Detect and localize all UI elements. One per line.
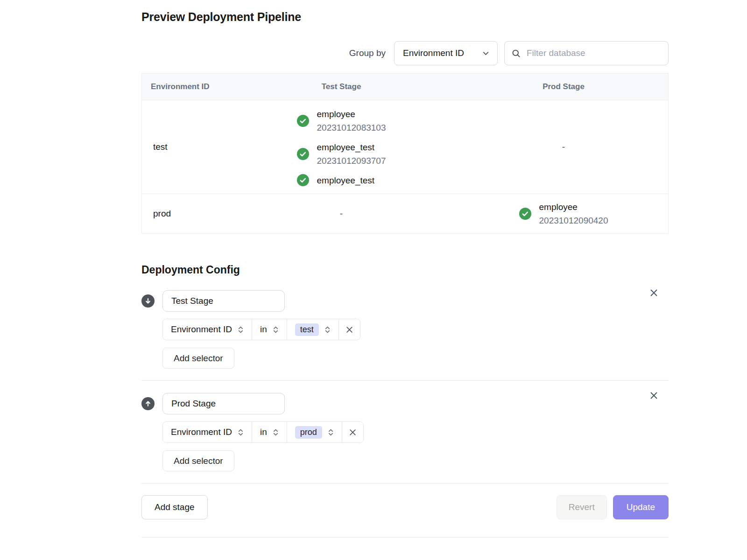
bottom-divider xyxy=(141,537,669,538)
selector-value-select[interactable]: prod xyxy=(287,422,342,442)
revert-button[interactable]: Revert xyxy=(557,495,607,519)
selector-operator-select[interactable]: in xyxy=(252,422,287,442)
database-name: employee_test xyxy=(317,140,386,154)
arrow-up-circle-icon xyxy=(141,397,155,410)
toolbar: Group by Environment ID xyxy=(141,41,669,65)
test-stage-databases: employee 20231012083103 employee_test 20… xyxy=(297,107,386,187)
filter-database-input[interactable] xyxy=(526,48,661,59)
deployment-pipeline-page: Preview Deployment Pipeline Group by Env… xyxy=(141,10,669,538)
database-item: employee_test xyxy=(297,174,386,187)
database-version: 20231012090420 xyxy=(539,214,608,227)
selector-key-select[interactable]: Environment ID xyxy=(163,422,252,442)
deployment-config-title: Deployment Config xyxy=(141,264,669,276)
database-version: 20231012093707 xyxy=(317,154,386,168)
group-by-selected-value: Environment ID xyxy=(403,48,464,58)
database-name: employee_test xyxy=(317,174,375,187)
chevron-updown-icon xyxy=(273,428,279,436)
check-circle-icon xyxy=(297,174,309,186)
empty-stage-placeholder: - xyxy=(340,209,343,219)
selector-value-select[interactable]: test xyxy=(287,319,339,340)
database-item: employee_test 20231012093707 xyxy=(297,140,386,168)
add-selector-button[interactable]: Add selector xyxy=(162,348,234,369)
database-item: employee 20231012083103 xyxy=(297,107,386,134)
chevron-updown-icon xyxy=(324,326,331,334)
environment-id-cell: prod xyxy=(142,209,224,219)
search-icon xyxy=(512,49,521,58)
environment-id-cell: test xyxy=(142,142,224,152)
chevron-updown-icon xyxy=(328,428,334,436)
group-by-select[interactable]: Environment ID xyxy=(394,41,498,65)
column-header-test-stage: Test Stage xyxy=(224,82,459,91)
remove-stage-button[interactable] xyxy=(648,287,659,298)
close-icon xyxy=(349,428,357,436)
selector-operator-value: in xyxy=(260,427,267,437)
chevron-down-icon xyxy=(482,49,490,57)
remove-stage-button[interactable] xyxy=(648,390,659,401)
check-circle-icon xyxy=(297,115,309,127)
update-button[interactable]: Update xyxy=(613,495,669,519)
remove-selector-button[interactable] xyxy=(339,319,360,340)
database-version: 20231012083103 xyxy=(317,121,386,134)
chevron-updown-icon xyxy=(238,428,244,436)
column-header-environment-id: Environment ID xyxy=(142,82,224,91)
empty-stage-placeholder: - xyxy=(562,142,565,152)
column-header-prod-stage: Prod Stage xyxy=(459,82,668,91)
stage-name-input[interactable] xyxy=(162,393,285,414)
add-stage-button[interactable]: Add stage xyxy=(141,495,208,519)
selector-row: Environment ID in test xyxy=(162,319,360,340)
selector-key-value: Environment ID xyxy=(171,427,232,437)
add-selector-button[interactable]: Add selector xyxy=(162,450,234,471)
page-title: Preview Deployment Pipeline xyxy=(141,10,669,24)
close-icon xyxy=(345,326,353,334)
filter-database-field xyxy=(504,41,669,65)
database-name: employee xyxy=(317,107,386,121)
selector-row: Environment ID in prod xyxy=(162,421,364,443)
check-circle-icon xyxy=(297,148,309,160)
pipeline-table-header: Environment ID Test Stage Prod Stage xyxy=(142,74,668,100)
stage-name-input[interactable] xyxy=(162,290,285,312)
chevron-updown-icon xyxy=(238,326,244,334)
chevron-updown-icon xyxy=(273,326,279,334)
arrow-down-circle-icon xyxy=(141,294,155,308)
selector-key-value: Environment ID xyxy=(171,324,232,335)
table-row-prod: prod - employee 20231012090420 xyxy=(142,194,668,233)
pipeline-table: Environment ID Test Stage Prod Stage tes… xyxy=(141,73,669,234)
stage-config-test: Environment ID in test xyxy=(141,276,669,381)
database-name: employee xyxy=(539,200,608,214)
database-item: employee 20231012090420 xyxy=(519,200,608,227)
check-circle-icon xyxy=(519,208,531,220)
remove-selector-button[interactable] xyxy=(342,422,363,442)
selector-value-tag: prod xyxy=(295,426,322,439)
selector-operator-value: in xyxy=(260,324,267,335)
selector-operator-select[interactable]: in xyxy=(252,319,287,340)
table-row-test: test employee 20231012083103 xyxy=(142,100,668,194)
footer-actions: Add stage Revert Update xyxy=(141,483,669,519)
stage-config-prod: Environment ID in prod xyxy=(141,381,669,483)
group-by-label: Group by xyxy=(349,48,386,58)
selector-key-select[interactable]: Environment ID xyxy=(163,319,252,340)
selector-value-tag: test xyxy=(295,323,319,336)
